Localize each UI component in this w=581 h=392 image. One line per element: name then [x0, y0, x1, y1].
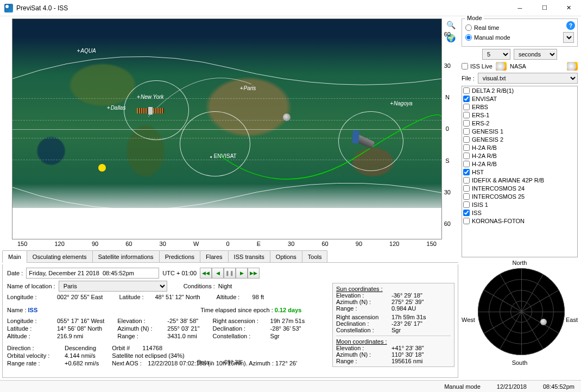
list-item[interactable]: ERBS — [462, 103, 577, 111]
map-label-nagoya: Nagoya — [390, 100, 412, 106]
radio-realtime[interactable]: Real time — [465, 24, 574, 31]
sat-checkbox[interactable] — [463, 136, 470, 143]
sat-checkbox[interactable] — [463, 218, 470, 224]
list-item[interactable]: H-2A R/B — [462, 143, 577, 151]
list-item[interactable]: ERS-1 — [462, 111, 577, 119]
status-date: 12/21/2018 — [497, 383, 527, 390]
utc-label: UTC + 01:00 — [162, 270, 197, 276]
sat-checkbox[interactable] — [463, 169, 470, 175]
sat-checkbox[interactable] — [463, 153, 470, 159]
tab-main[interactable]: Main — [2, 250, 27, 262]
iss-icon — [137, 103, 164, 119]
sat-checkbox[interactable] — [463, 120, 470, 127]
location-select[interactable]: Paris — [59, 281, 167, 292]
tab-iss-transits[interactable]: ISS transits — [228, 250, 270, 262]
list-item[interactable]: INTERCOSMOS 25 — [462, 192, 577, 200]
sat-checkbox[interactable] — [463, 201, 470, 208]
name-label: Name : — [7, 307, 26, 313]
date-label: Date : — [7, 270, 23, 276]
file-select[interactable]: visual.txt — [478, 73, 578, 84]
pause-button[interactable]: ❚❚ — [224, 268, 236, 279]
step-select[interactable]: 5 — [482, 49, 510, 60]
sat-checkbox[interactable] — [463, 128, 470, 135]
map-label-dallas: Dallas — [107, 105, 126, 111]
sat-checkbox[interactable] — [463, 177, 470, 184]
satellite-list[interactable]: DELTA 2 R/B(1)ENVISATERBSERS-1ERS-2GENES… — [462, 86, 578, 257]
forward-fast-button[interactable]: ▶▶ — [248, 268, 260, 279]
sat-checkbox[interactable] — [463, 185, 470, 192]
sat-checkbox[interactable] — [463, 96, 470, 102]
unit-select[interactable]: seconds — [514, 49, 557, 60]
tab-osculating[interactable]: Osculating elements — [27, 250, 93, 262]
titlebar: PreviSat 4.0 - ISS ─ ☐ ✕ — [0, 0, 581, 16]
list-item[interactable]: ISS — [462, 208, 577, 217]
list-item[interactable]: DELTA 2 R/B(1) — [462, 86, 577, 94]
sat-checkbox[interactable] — [463, 144, 470, 151]
name-value: ISS — [28, 307, 38, 313]
location-label: Name of location : — [7, 283, 55, 289]
main-panel: Date : UTC + 01:00 ◀◀ ◀ ❚❚ ▶ ▶▶ Name of … — [2, 264, 458, 378]
list-item[interactable]: GENESIS 2 — [462, 135, 577, 143]
play-button[interactable]: ▶ — [236, 268, 248, 279]
mode-group: Mode ? Real time Manual mode — [462, 18, 578, 47]
list-item[interactable]: IDEFIX & ARIANE 42P R/B — [462, 176, 577, 184]
tab-satinfo[interactable]: Satellite informations — [92, 250, 160, 262]
sat-checkbox[interactable] — [463, 193, 470, 200]
rewind-fast-button[interactable]: ◀◀ — [200, 268, 212, 279]
status-bar: Manual mode 12/21/2018 08:45:52pm — [0, 380, 581, 392]
radio-manual[interactable]: Manual mode — [465, 34, 563, 41]
tab-flares[interactable]: Flares — [200, 250, 229, 262]
world-map-panel: AQUA New York Dallas Paris Nagoya ENVISA… — [2, 18, 458, 249]
weather-icon[interactable] — [496, 62, 507, 71]
sky-chart: North South West East — [462, 260, 578, 378]
sun-coordinates-panel: Sun coordinates : Elevation :-36° 29' 18… — [332, 283, 454, 367]
tab-predictions[interactable]: Predictions — [159, 250, 200, 262]
tab-options[interactable]: Options — [270, 250, 302, 262]
sat-checkbox[interactable] — [463, 112, 470, 118]
list-item[interactable]: ENVISAT — [462, 94, 577, 103]
list-item[interactable]: HST — [462, 168, 577, 176]
map-label-aqua: AQUA — [77, 48, 96, 54]
sat-checkbox[interactable] — [463, 161, 470, 167]
list-item[interactable]: GENESIS 1 — [462, 127, 577, 135]
conditions-value: Night — [218, 283, 232, 289]
longitude-axis: 150120906030W0E306090120150 — [12, 241, 442, 249]
skychart-moon-icon — [540, 319, 547, 325]
weather-icon-2[interactable] — [567, 62, 578, 71]
list-item[interactable]: H-2A R/B — [462, 160, 577, 168]
app-icon — [4, 4, 13, 12]
sat-checkbox[interactable] — [463, 104, 470, 110]
map-label-paris: Paris — [240, 85, 256, 91]
list-item[interactable]: INTERCOSMOS 24 — [462, 184, 577, 192]
list-item[interactable]: ERS-2 — [462, 119, 577, 127]
tab-bar: Main Osculating elements Satellite infor… — [2, 251, 458, 263]
rewind-button[interactable]: ◀ — [212, 268, 224, 279]
conditions-label: Conditions : — [184, 283, 215, 289]
moon-icon — [283, 113, 290, 121]
list-item[interactable]: ISIS 1 — [462, 200, 577, 208]
tab-tools[interactable]: Tools — [302, 250, 328, 262]
maximize-button[interactable]: ☐ — [532, 0, 557, 16]
sun-icon — [98, 164, 106, 172]
close-button[interactable]: ✕ — [557, 0, 581, 16]
mode-dropdown[interactable] — [563, 32, 574, 43]
status-time: 08:45:52pm — [543, 383, 574, 390]
minimize-button[interactable]: ─ — [508, 0, 532, 16]
sat-checkbox[interactable] — [463, 87, 470, 94]
status-mode: Manual mode — [444, 383, 481, 390]
latitude-axis: 6030N0S3060 — [444, 18, 451, 239]
sat-checkbox[interactable] — [463, 210, 470, 216]
list-item[interactable]: H-2A R/B — [462, 151, 577, 160]
list-item[interactable]: KORONAS-FOTON — [462, 217, 577, 225]
date-input[interactable] — [26, 268, 159, 279]
iss-live-checkbox[interactable]: ISS Live — [462, 63, 492, 69]
world-map[interactable]: AQUA New York Dallas Paris Nagoya ENVISA… — [12, 18, 442, 239]
help-icon[interactable]: ? — [566, 21, 575, 30]
window-title: PreviSat 4.0 - ISS — [16, 4, 68, 12]
